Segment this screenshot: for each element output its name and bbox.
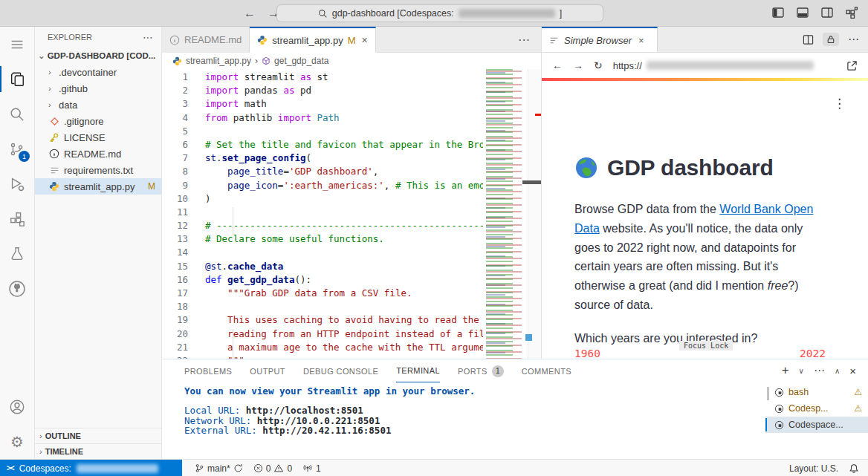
terminal-line: You can now view your Streamlit app in y…: [184, 386, 475, 396]
code-line: 5: [162, 125, 483, 138]
streamlit-menu-icon[interactable]: ⋮: [833, 96, 846, 111]
line-number: 15: [162, 260, 195, 273]
explorer-file-requirements.txt[interactable]: requirements.txt: [35, 162, 161, 178]
source-control-icon[interactable]: 1: [0, 131, 34, 166]
breadcrumb-symbol[interactable]: get_gdp_data: [274, 56, 328, 66]
toggle-panel-icon[interactable]: [797, 7, 809, 19]
panel-tab-debug-console[interactable]: DEBUG CONSOLE: [303, 359, 378, 382]
outline-section[interactable]: ›OUTLINE: [35, 428, 161, 443]
line-number: 17: [162, 287, 195, 300]
url-bar[interactable]: https://: [613, 60, 814, 71]
open-external-icon[interactable]: [846, 60, 858, 71]
line-number: 1: [162, 71, 195, 84]
problems-status[interactable]: 0 0: [253, 463, 292, 474]
tab-simple-browser[interactable]: Simple Browser ×: [542, 27, 658, 52]
testing-beaker-icon[interactable]: [0, 236, 34, 271]
explorer-file-README.md[interactable]: README.md: [35, 146, 161, 162]
close-tab-icon[interactable]: ×: [362, 34, 368, 46]
explorer-file-LICENSE[interactable]: LICENSE: [35, 129, 161, 146]
terminal-session-bash[interactable]: bash⚠: [765, 384, 868, 400]
line-number: 19: [162, 313, 195, 327]
tab-streamlit-app[interactable]: streamlit_app.py M ×: [250, 27, 375, 53]
browser-reload-icon[interactable]: ↻: [594, 59, 603, 71]
bell-icon[interactable]: [849, 463, 859, 474]
explorer-folder-.devcontainer[interactable]: ›.devcontainer: [35, 64, 161, 80]
maximize-panel-icon[interactable]: ∧: [835, 367, 840, 375]
breadcrumb[interactable]: streamlit_app.py › get_gdp_data: [162, 53, 541, 69]
panel-tab-comments[interactable]: COMMENTS: [522, 359, 571, 382]
tab-readme[interactable]: README.md: [162, 27, 250, 53]
close-tab-icon[interactable]: ×: [638, 35, 644, 46]
minimap[interactable]: [483, 69, 528, 359]
terminal-profile-dropdown-icon[interactable]: ∨: [799, 367, 804, 375]
app-intro: Browse GDP data from the World Bank Open…: [574, 200, 832, 315]
code-line: 3import math: [162, 97, 483, 111]
panel-tab-terminal[interactable]: TERMINAL: [396, 359, 440, 382]
customize-layout-icon[interactable]: [846, 7, 858, 19]
editor-scrollbar[interactable]: [528, 69, 541, 359]
explorer-file-streamlit_app.py[interactable]: streamlit_app.pyM: [35, 178, 161, 195]
python-icon: [257, 35, 268, 45]
github-icon[interactable]: [0, 271, 34, 306]
browser-more-icon[interactable]: ⋯: [848, 33, 859, 46]
status-bar: >< Codespaces: main* 0 0 1 Layout: U.S.: [0, 459, 868, 476]
code-editor[interactable]: 1import streamlit as st2import pandas as…: [162, 69, 541, 359]
explorer-folder-data[interactable]: ›data: [35, 97, 161, 113]
command-center-search[interactable]: gdp-dashboard [Codespaces: ]: [276, 4, 603, 22]
slider-min-value[interactable]: 1960: [574, 348, 600, 359]
timeline-section[interactable]: ›TIMELINE: [35, 443, 161, 459]
chevron-right-icon: ›: [48, 68, 55, 76]
panel-tab-output[interactable]: OUTPUT: [250, 359, 285, 382]
line-number: 6: [162, 138, 195, 151]
slider-max-value[interactable]: 2022: [800, 348, 826, 359]
radio-tower-icon: [302, 463, 313, 473]
explorer-file-.gitignore[interactable]: .gitignore: [35, 113, 161, 129]
code-line: 7st.set_page_config(: [162, 151, 483, 165]
lock-icon[interactable]: [823, 33, 839, 46]
scrollbar-thumb[interactable]: [522, 180, 541, 184]
terminal-output[interactable]: You can now view your Streamlit app in y…: [184, 386, 475, 435]
browser-back-icon[interactable]: ←: [552, 59, 563, 71]
editor-actions-more-icon[interactable]: ⋯: [518, 27, 541, 52]
explorer-sidebar: EXPLORER ⋯ ⌄ GDP-DASHBOARD [COD... ›.dev…: [35, 27, 162, 459]
breadcrumb-file[interactable]: streamlit_app.py: [186, 56, 251, 66]
code-line: 9 page_icon=':earth_americas:', # This i…: [162, 179, 483, 192]
key-icon: [48, 131, 60, 143]
run-debug-icon[interactable]: [0, 166, 34, 201]
indent-guide: [233, 329, 233, 359]
search-view-icon[interactable]: [0, 97, 34, 131]
extensions-icon[interactable]: [0, 201, 34, 236]
layout-status[interactable]: Layout: U.S.: [789, 463, 838, 474]
panel-more-icon[interactable]: ⋯: [814, 364, 825, 377]
account-icon[interactable]: [0, 389, 34, 424]
remote-indicator[interactable]: >< Codespaces:: [0, 460, 182, 476]
branch-status[interactable]: main*: [195, 463, 243, 474]
split-editor-icon[interactable]: [803, 34, 814, 45]
vscode-window: ← → gdp-dashboard [Codespaces: ] 1: [0, 0, 868, 476]
explorer-more-icon[interactable]: ⋯: [143, 31, 154, 43]
settings-gear-icon[interactable]: ⚙: [0, 424, 34, 459]
close-panel-icon[interactable]: ×: [849, 365, 856, 377]
terminal-session-Codesp[interactable]: Codesp...⚠: [765, 400, 868, 417]
panel-actions: + ∨ ⋯ ∧ ×: [782, 363, 856, 378]
panel-tab-problems[interactable]: PROBLEMS: [184, 359, 232, 382]
menu-icon[interactable]: [0, 27, 34, 62]
streamlit-app: ⋮ GDP dashboard Browse GDP data from the…: [542, 81, 868, 359]
forwarded-ports-status[interactable]: 1: [302, 463, 321, 474]
line-number: 5: [162, 125, 195, 138]
line-number: 9: [162, 179, 195, 192]
chevron-right-icon: ›: [48, 100, 55, 109]
toggle-secondary-sidebar-icon[interactable]: [821, 7, 833, 19]
panel-tab-ports[interactable]: PORTS1: [458, 359, 504, 382]
explorer-root-folder[interactable]: ⌄ GDP-DASHBOARD [COD...: [35, 48, 161, 64]
explorer-icon[interactable]: [0, 62, 34, 97]
code-line: 13# Declare some useful functions.: [162, 232, 483, 246]
new-terminal-icon[interactable]: +: [782, 363, 789, 378]
toggle-primary-sidebar-icon[interactable]: [772, 7, 784, 19]
browser-forward-icon[interactable]: →: [573, 59, 583, 71]
terminal-session-Codespace[interactable]: Codespace...: [765, 417, 868, 433]
file-tree: ›.devcontainer›.github›data.gitignoreLIC…: [35, 64, 161, 195]
code-line: 8 page_title='GDP dashboard',: [162, 165, 483, 178]
history-back-icon[interactable]: ←: [244, 7, 256, 20]
explorer-folder-.github[interactable]: ›.github: [35, 80, 161, 97]
